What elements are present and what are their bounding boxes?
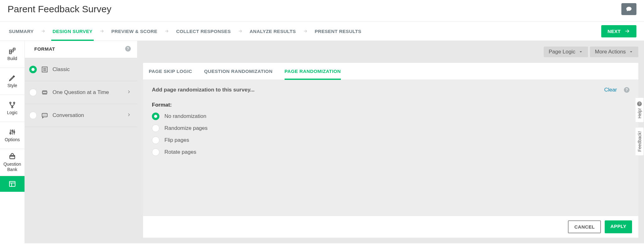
rail-style[interactable]: Style bbox=[0, 68, 25, 95]
content-area: Page Logic More Actions PAGE SKIP LOGIC … bbox=[137, 41, 644, 243]
rail-build[interactable]: Build bbox=[0, 41, 25, 68]
sliders-icon bbox=[8, 128, 16, 136]
rail-label: Logic bbox=[7, 110, 17, 115]
svg-point-9 bbox=[14, 131, 15, 133]
radio-icon bbox=[152, 148, 159, 156]
format-panel-header: FORMAT ? bbox=[25, 41, 137, 58]
nav-tab-design[interactable]: DESIGN SURVEY bbox=[51, 22, 94, 41]
format-panel: FORMAT ? Classic One Question at a Time … bbox=[25, 41, 137, 243]
next-button[interactable]: NEXT bbox=[601, 25, 636, 37]
page-header: Parent Feedback Survey bbox=[0, 0, 644, 22]
nav-tab-collect[interactable]: COLLECT RESPONSES bbox=[175, 22, 232, 41]
logic-tabs: PAGE SKIP LOGIC QUESTION RANDOMIZATION P… bbox=[143, 63, 638, 80]
svg-rect-3 bbox=[13, 48, 15, 50]
help-side-tab[interactable]: Help! ? bbox=[636, 97, 644, 123]
svg-point-4 bbox=[10, 102, 11, 103]
help-icon: ? bbox=[637, 102, 642, 106]
nav-tab-summary[interactable]: SUMMARY bbox=[8, 22, 35, 41]
primary-nav: SUMMARY DESIGN SURVEY PREVIEW & SCORE CO… bbox=[0, 22, 644, 41]
build-icon bbox=[8, 47, 16, 55]
radio-icon bbox=[29, 89, 37, 96]
page-logic-dropdown[interactable]: Page Logic bbox=[544, 47, 588, 57]
bank-icon bbox=[8, 153, 16, 160]
svg-point-8 bbox=[12, 130, 13, 131]
comment-button[interactable] bbox=[621, 3, 636, 15]
radio-randomize-pages[interactable]: Randomize pages bbox=[152, 124, 630, 132]
help-icon[interactable]: ? bbox=[624, 87, 630, 93]
cancel-button[interactable]: CANCEL bbox=[568, 220, 601, 233]
card-footer: CANCEL APPLY bbox=[143, 216, 638, 238]
arrow-right-icon bbox=[41, 29, 46, 34]
survey-title: Parent Feedback Survey bbox=[8, 4, 111, 14]
rail-question-bank[interactable]: Question Bank bbox=[0, 149, 25, 176]
svg-rect-1 bbox=[11, 50, 13, 52]
nav-tabs: SUMMARY DESIGN SURVEY PREVIEW & SCORE CO… bbox=[8, 22, 363, 41]
apply-button[interactable]: APPLY bbox=[605, 220, 632, 233]
radio-icon bbox=[152, 113, 159, 120]
rail-label: Build bbox=[7, 56, 17, 61]
logic-tab-skip[interactable]: PAGE SKIP LOGIC bbox=[149, 63, 192, 80]
format-heading: FORMAT bbox=[34, 46, 55, 52]
content-actions: Page Logic More Actions bbox=[143, 47, 638, 57]
format-label: Format: bbox=[152, 102, 630, 108]
radio-icon bbox=[29, 66, 37, 73]
arrow-right-icon bbox=[624, 29, 630, 34]
rail-label: Question Bank bbox=[1, 162, 24, 172]
logic-card: PAGE SKIP LOGIC QUESTION RANDOMIZATION P… bbox=[143, 63, 638, 238]
radio-label: Randomize pages bbox=[164, 125, 208, 131]
one-question-icon bbox=[41, 89, 48, 96]
help-icon[interactable]: ? bbox=[125, 46, 131, 52]
radio-icon bbox=[152, 136, 159, 144]
rail-label: Style bbox=[7, 83, 17, 88]
logic-tab-page-random[interactable]: PAGE RANDOMIZATION bbox=[285, 63, 341, 80]
radio-label: Flip pages bbox=[164, 137, 189, 143]
left-rail: Build Style Logic Options Question Bank bbox=[0, 41, 25, 243]
clear-link[interactable]: Clear bbox=[604, 87, 617, 93]
logic-desc: Add page randomization to this survey... bbox=[152, 87, 255, 93]
format-option-label: One Question at a Time bbox=[53, 89, 123, 96]
classic-icon bbox=[41, 66, 48, 73]
arrow-right-icon bbox=[164, 29, 169, 34]
svg-rect-13 bbox=[42, 91, 47, 93]
svg-rect-2 bbox=[9, 50, 11, 52]
format-option-classic[interactable]: Classic bbox=[25, 58, 137, 81]
svg-point-5 bbox=[14, 102, 15, 103]
nav-tab-analyze[interactable]: ANALYZE RESULTS bbox=[248, 22, 297, 41]
svg-rect-11 bbox=[9, 181, 15, 186]
radio-icon bbox=[29, 112, 37, 119]
chevron-right-icon bbox=[127, 112, 131, 119]
nav-tab-preview[interactable]: PREVIEW & SCORE bbox=[110, 22, 158, 41]
feedback-side-tab[interactable]: Feedback! bbox=[636, 127, 644, 156]
caret-down-icon bbox=[629, 50, 633, 53]
radio-flip-pages[interactable]: Flip pages bbox=[152, 136, 630, 144]
rail-bottom-action[interactable] bbox=[0, 176, 25, 192]
format-option-one-question[interactable]: One Question at a Time bbox=[25, 81, 137, 104]
chevron-right-icon bbox=[127, 89, 131, 96]
more-actions-dropdown[interactable]: More Actions bbox=[590, 47, 638, 57]
logic-tab-question-random[interactable]: QUESTION RANDOMIZATION bbox=[204, 63, 273, 80]
rail-options[interactable]: Options bbox=[0, 122, 25, 149]
rail-label: Options bbox=[5, 137, 20, 142]
caret-down-icon bbox=[579, 50, 583, 53]
next-button-label: NEXT bbox=[608, 29, 621, 34]
radio-no-randomization[interactable]: No randomization bbox=[152, 113, 630, 120]
radio-label: Rotate pages bbox=[164, 149, 196, 155]
format-option-label: Classic bbox=[53, 66, 131, 73]
svg-point-6 bbox=[12, 107, 13, 108]
arrow-right-icon bbox=[238, 29, 243, 34]
page-logic-label: Page Logic bbox=[549, 49, 575, 55]
svg-rect-10 bbox=[10, 155, 15, 159]
speech-bubble-icon bbox=[625, 6, 632, 12]
arrow-right-icon bbox=[99, 29, 104, 34]
logic-body-head: Add page randomization to this survey...… bbox=[152, 87, 630, 93]
feedback-label: Feedback! bbox=[637, 131, 642, 152]
layout-icon bbox=[8, 180, 16, 188]
nav-tab-present[interactable]: PRESENT RESULTS bbox=[314, 22, 363, 41]
rail-logic[interactable]: Logic bbox=[0, 95, 25, 122]
format-option-label: Conversation bbox=[53, 112, 123, 119]
format-option-conversation[interactable]: Conversation bbox=[25, 104, 137, 127]
radio-rotate-pages[interactable]: Rotate pages bbox=[152, 148, 630, 156]
help-label: Help! bbox=[637, 108, 642, 119]
pencil-icon bbox=[8, 74, 16, 82]
svg-point-7 bbox=[10, 133, 11, 134]
